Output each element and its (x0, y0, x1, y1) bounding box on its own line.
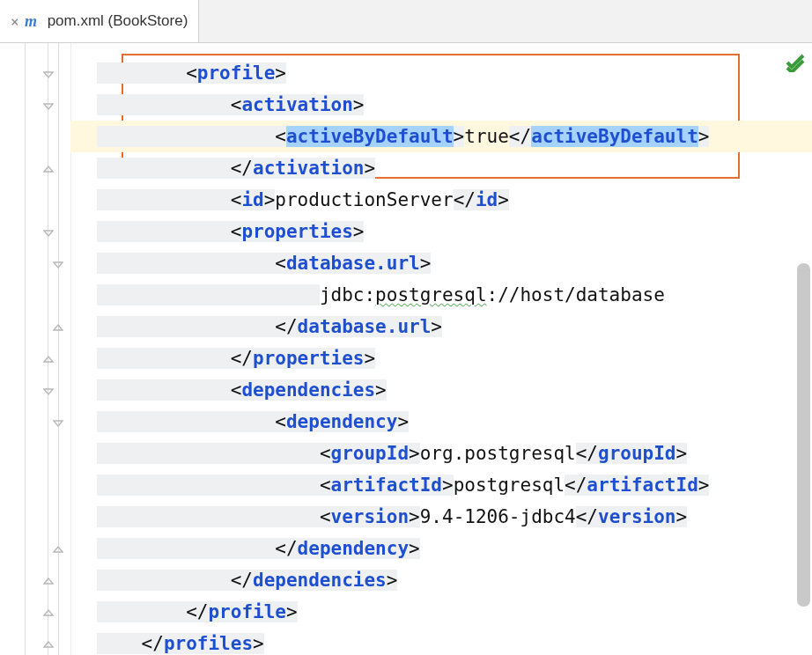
fold-collapse-icon[interactable] (43, 100, 54, 111)
fold-expand-icon[interactable] (53, 544, 63, 555)
code-line[interactable]: <activeByDefault>true</activeByDefault> (70, 121, 812, 152)
code-line[interactable]: </database.url> (70, 311, 812, 342)
close-icon[interactable]: × (11, 13, 19, 30)
svg-marker-1 (44, 72, 53, 77)
fold-expand-icon[interactable] (43, 576, 54, 586)
svg-marker-10 (54, 547, 63, 552)
editor[interactable]: <profile> <activation> <activeByDefault>… (0, 43, 812, 655)
fold-expand-icon[interactable] (43, 639, 54, 650)
fold-collapse-icon[interactable] (43, 386, 54, 396)
svg-marker-8 (44, 389, 53, 394)
code-line[interactable]: </dependency> (70, 533, 812, 564)
code-line[interactable]: jdbc:postgresql://host/database (70, 279, 812, 311)
code-line[interactable]: <dependencies> (70, 374, 812, 406)
fold-expand-icon[interactable] (53, 322, 63, 333)
tab-bar: × m pom.xml (BookStore) (0, 0, 812, 43)
gutter (0, 43, 70, 655)
code-line[interactable]: <properties> (70, 216, 812, 247)
fold-expand-icon[interactable] (43, 164, 54, 174)
code-line[interactable]: <profile> (70, 57, 812, 89)
fold-collapse-icon[interactable] (43, 227, 54, 238)
code-line[interactable]: <id>productionServer</id> (70, 184, 812, 216)
code-line[interactable]: </profiles> (70, 628, 812, 655)
code-line[interactable]: </profile> (70, 596, 812, 628)
scrollbar[interactable] (797, 263, 810, 607)
maven-file-icon: m (25, 12, 42, 30)
fold-collapse-icon[interactable] (43, 69, 54, 79)
fold-collapse-icon[interactable] (53, 417, 63, 428)
code-line[interactable]: <dependency> (70, 406, 812, 438)
code-line[interactable]: <version>9.4-1206-jdbc4</version> (70, 501, 812, 533)
svg-marker-5 (54, 262, 63, 268)
code-area[interactable]: <profile> <activation> <activeByDefault>… (70, 43, 812, 655)
svg-marker-9 (54, 421, 63, 426)
svg-text:m: m (25, 12, 37, 30)
fold-expand-icon[interactable] (43, 607, 54, 618)
tab-pom-xml[interactable]: × m pom.xml (BookStore) (0, 0, 199, 42)
code-line[interactable]: <activation> (70, 89, 812, 121)
code-line[interactable]: <database.url> (70, 247, 812, 279)
svg-marker-11 (44, 578, 53, 584)
code-line[interactable]: </activation> (70, 152, 812, 184)
svg-marker-7 (44, 357, 53, 362)
code-line[interactable]: </dependencies> (70, 564, 812, 596)
fold-expand-icon[interactable] (43, 354, 54, 364)
svg-marker-6 (54, 325, 63, 330)
tab-label: pom.xml (BookStore) (48, 12, 188, 30)
fold-collapse-icon[interactable] (53, 259, 63, 269)
svg-marker-3 (44, 166, 53, 172)
svg-marker-12 (44, 610, 53, 615)
code-line[interactable]: <artifactId>postgresql</artifactId> (70, 469, 812, 501)
svg-marker-2 (44, 104, 53, 109)
code-line[interactable]: <groupId>org.postgresql</groupId> (70, 438, 812, 469)
svg-marker-4 (44, 231, 53, 236)
svg-marker-13 (44, 642, 53, 647)
code-line[interactable]: </properties> (70, 342, 812, 374)
